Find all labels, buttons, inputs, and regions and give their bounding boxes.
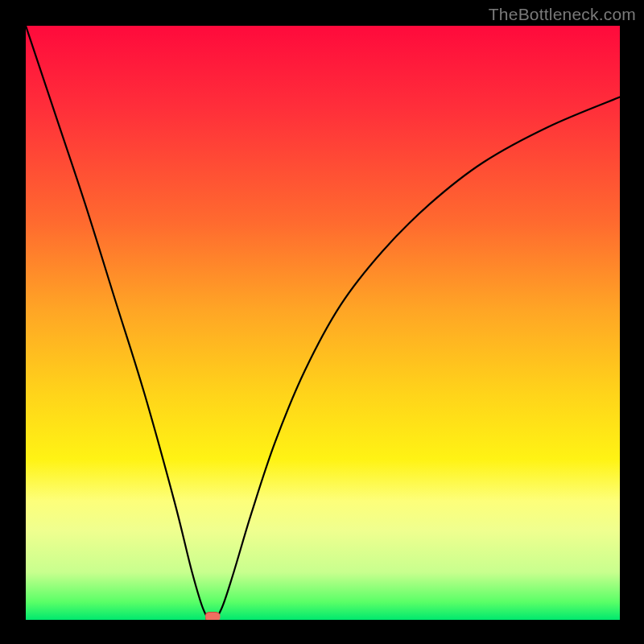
- minimum-marker: [205, 612, 221, 620]
- watermark-text: TheBottleneck.com: [489, 5, 636, 24]
- bottleneck-curve: [26, 26, 620, 620]
- plot-area: [26, 26, 620, 620]
- chart-frame: TheBottleneck.com: [0, 0, 644, 644]
